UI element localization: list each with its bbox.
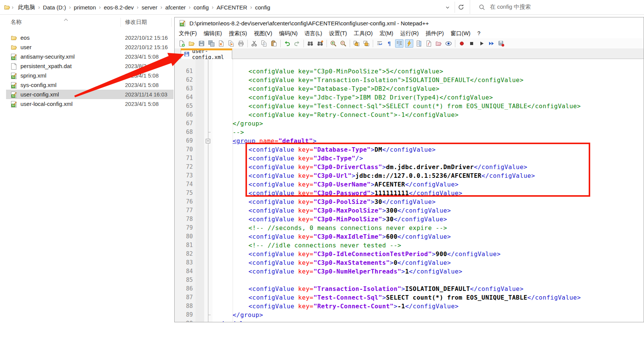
fold-margin[interactable] — [204, 59, 213, 322]
toolbar-separator — [280, 40, 281, 47]
file-name: eos — [20, 34, 30, 41]
active-tab-indicator — [181, 48, 232, 50]
file-row-spring.xml[interactable]: spring.xml2023/4/1 5:08 — [6, 71, 174, 80]
toolbar-replace-icon[interactable] — [316, 39, 324, 48]
indent-guide-line — [233, 59, 233, 322]
toolbar-cut-icon[interactable] — [250, 39, 258, 48]
code-editor[interactable]: 6162636465666768697071727374757677787980… — [175, 59, 644, 322]
menu-item[interactable]: 宏(M) — [376, 29, 397, 38]
bookmark-margin[interactable] — [195, 59, 204, 322]
breadcrumb-segment[interactable]: AFCENTER — [214, 3, 250, 12]
breadcrumb-segment[interactable]: afcenter — [163, 3, 188, 12]
fold-end-tick — [208, 315, 211, 315]
toolbar-zoom-in-icon[interactable] — [329, 39, 338, 48]
column-divider[interactable] — [120, 18, 121, 27]
toolbar-function-completion-icon[interactable] — [405, 39, 413, 48]
file-row-persistent_xpath.dat[interactable]: persistent_xpath.dat2023/8/2 — [6, 61, 174, 71]
toolbar-close-icon[interactable] — [217, 39, 225, 48]
file-name: user-config.xml — [20, 91, 59, 98]
line-number: 69 — [175, 137, 193, 145]
line-number: 82 — [175, 250, 193, 258]
breadcrumb-segment[interactable]: Data (D:) — [40, 3, 69, 12]
line-number: 72 — [175, 163, 193, 171]
breadcrumb-segment[interactable]: eos-8.2-dev — [101, 3, 136, 12]
menu-item[interactable]: 编辑(E) — [200, 29, 225, 38]
toolbar-redo-icon[interactable] — [293, 39, 301, 48]
menu-item[interactable]: ? — [474, 29, 484, 38]
menu-item[interactable]: 编码(N) — [276, 29, 301, 38]
file-row-user[interactable]: user2022/10/12 15:16 — [6, 42, 174, 52]
column-header-name[interactable]: 名称 — [11, 19, 22, 26]
toolbar-separator — [247, 40, 248, 47]
toolbar-find-icon[interactable] — [306, 39, 314, 48]
toolbar-show-all-chars-icon[interactable]: ¶ — [385, 39, 394, 48]
file-row-sys-config.xml[interactable]: sys-config.xml2023/4/1 5:08 — [6, 80, 174, 90]
toolbar-save-icon[interactable] — [197, 39, 206, 48]
search-box[interactable]: 在 config 中搜索 — [470, 0, 644, 14]
xml-icon — [11, 82, 17, 89]
column-header-date[interactable]: 修改日期 — [125, 19, 147, 26]
toolbar-word-wrap-icon[interactable] — [375, 39, 384, 48]
breadcrumb-segment[interactable]: 此电脑 — [16, 3, 38, 12]
code-line-79: <!-- //seconds, 0 means connections neve… — [249, 224, 447, 232]
code-line-87: <configValue key="Test-Connect-Sql">SELE… — [249, 293, 581, 302]
refresh-button[interactable] — [456, 3, 466, 11]
code-line-63: <configValue key="Database-Type">DB2</co… — [249, 84, 439, 93]
search-input[interactable]: 在 config 中搜索 — [490, 3, 531, 11]
toolbar-new-file-icon[interactable] — [178, 39, 186, 48]
notepadpp-document-icon — [179, 20, 186, 27]
file-date: 2023/4/1 5:08 — [125, 73, 159, 79]
fold-collapse-box[interactable] — [206, 139, 210, 143]
chevron-right-icon: › — [98, 4, 101, 10]
file-row-user-config.xml[interactable]: user-config.xml2023/11/14 16:03 — [6, 90, 174, 99]
line-number: 73 — [175, 171, 193, 180]
toolbar-record-macro-icon[interactable] — [458, 39, 466, 48]
toolbar-doc-monitor-icon[interactable] — [444, 39, 453, 48]
menu-item[interactable]: 语言(L) — [301, 29, 326, 38]
toolbar-stop-macro-icon[interactable] — [467, 39, 476, 48]
toolbar-undo-icon[interactable] — [283, 39, 291, 48]
toolbar-save-all-icon[interactable] — [207, 39, 216, 48]
toolbar-open-icon[interactable] — [188, 39, 196, 48]
line-number: 67 — [175, 119, 193, 128]
file-row-eos[interactable]: eos2022/10/12 15:16 — [6, 33, 174, 42]
code-line-83: <configValue key="C3p0-MaxStatements">0<… — [249, 258, 451, 267]
breadcrumb-segment[interactable]: server — [139, 3, 160, 12]
line-number: 63 — [175, 84, 193, 93]
toolbar-doc-map-icon[interactable] — [415, 39, 423, 48]
toolbar-copy-icon[interactable] — [260, 39, 268, 48]
file-date: 2023/4/1 5:08 — [125, 101, 159, 107]
toolbar-play-macro-icon[interactable] — [477, 39, 486, 48]
menu-item[interactable]: 插件(P) — [422, 29, 447, 38]
menu-item[interactable]: 视图(V) — [250, 29, 275, 38]
file-row-user-local-config.xml[interactable]: user-local-config.xml2023/4/1 5:08 — [6, 99, 174, 109]
toolbar-zoom-out-icon[interactable] — [339, 39, 347, 48]
toolbar-close-all-icon[interactable] — [227, 39, 235, 48]
menu-item[interactable]: 文件(F) — [175, 29, 200, 38]
toolbar-indent-guide-icon[interactable] — [395, 39, 403, 48]
address-dropdown-button[interactable] — [442, 3, 452, 12]
toolbar-save-macro-icon[interactable] — [497, 39, 505, 48]
code-line-73: <configValue key="C3p0-Url">jdbc:dm://12… — [249, 171, 535, 180]
toolbar-print-icon[interactable] — [237, 39, 245, 48]
menu-item[interactable]: 设置(T) — [325, 29, 350, 38]
tab-user-config-xml[interactable]: user-config.xml — [181, 48, 232, 59]
menu-item[interactable]: 运行(R) — [397, 29, 422, 38]
toolbar-function-list-icon[interactable]: f — [425, 39, 433, 48]
fold-end-tick — [208, 132, 211, 132]
breadcrumb-segment[interactable]: config — [252, 3, 273, 12]
toolbar-run-macro-multiple-icon[interactable] — [487, 39, 496, 48]
toolbar-sync-v-icon[interactable] — [352, 39, 361, 48]
menu-item[interactable]: 搜索(S) — [225, 29, 250, 38]
toolbar-folder-workspace-icon[interactable] — [435, 39, 443, 48]
breadcrumb-segment[interactable]: config — [191, 3, 211, 12]
line-number: 75 — [175, 189, 193, 197]
menu-item[interactable]: 工具(O) — [350, 29, 376, 38]
toolbar-sync-h-icon[interactable] — [362, 39, 370, 48]
file-row-antisamy-security.xml[interactable]: antisamy-security.xml2023/4/1 5:08 — [6, 52, 174, 61]
file-date: 2023/4/1 5:08 — [125, 82, 159, 88]
toolbar-paste-icon[interactable] — [270, 39, 278, 48]
breadcrumb-segment[interactable]: primeton — [71, 3, 98, 12]
column-divider[interactable] — [171, 18, 172, 27]
menu-item[interactable]: 窗口(W) — [447, 29, 474, 38]
